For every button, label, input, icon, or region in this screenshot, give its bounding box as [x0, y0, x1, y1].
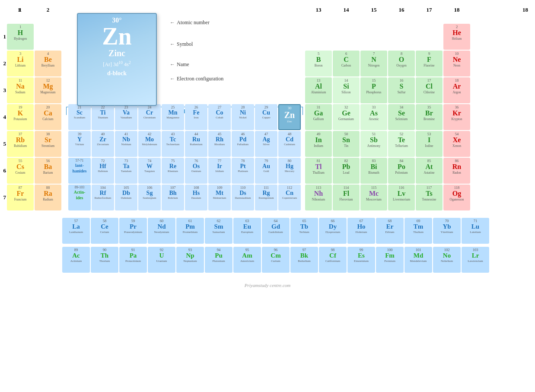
element-Ti[interactable]: 22 Ti Titanium — [92, 104, 114, 130]
element-U[interactable]: 92 U Uranium — [148, 247, 175, 273]
element-Y[interactable]: 39 Y Yttrium — [68, 131, 91, 157]
element-Dy[interactable]: 66 Dy Dysprosium — [319, 218, 347, 244]
element-N[interactable]: 7 N Nitrogen — [360, 51, 387, 76]
element-Rf[interactable]: 104 Rf Rutherfordium — [92, 185, 114, 210]
element-Nb[interactable]: 41 Nb Niobium — [115, 131, 137, 157]
element-Hg[interactable]: 80 Hg Mercury — [278, 158, 301, 184]
element-Actinides[interactable]: 89-103 Actin-ides — [68, 185, 91, 210]
element-Tb[interactable]: 65 Tb Terbium — [290, 218, 318, 244]
element-Bk[interactable]: 97 Bk Berkelium — [290, 247, 318, 273]
element-Ac[interactable]: 89 Ac Actinium — [62, 247, 90, 273]
element-Mn[interactable]: 25 Mn Manganese — [162, 104, 184, 130]
element-Pm[interactable]: 61 Pm Promethium — [176, 218, 204, 244]
element-B[interactable]: 5 B Boron — [305, 51, 332, 76]
element-Er[interactable]: 68 Er Erbium — [376, 218, 404, 244]
element-Pb[interactable]: 82 Pb Lead — [333, 158, 360, 184]
element-Cs[interactable]: 55 Cs Cesium — [7, 158, 34, 184]
element-Ca[interactable]: 20 Ca Calcium — [35, 104, 61, 130]
element-Fr[interactable]: 87 Fr Francium — [7, 185, 34, 210]
element-Nd[interactable]: 60 Nd Neodymium — [148, 218, 175, 244]
element-Rn[interactable]: 86 Rn Radon — [443, 158, 470, 184]
element-Li[interactable]: 3 Li Lithium — [7, 51, 34, 76]
element-In[interactable]: 49 In Indium — [305, 131, 332, 157]
element-Lv[interactable]: 116 Lv Livermorium — [388, 185, 415, 210]
element-Eu[interactable]: 63 Eu Europium — [233, 218, 261, 244]
element-I[interactable]: 53 I Iodine — [416, 131, 443, 157]
element-Fe[interactable]: 26 Fe Iron — [185, 104, 207, 130]
element-Cd[interactable]: 48 Cd Cadmium — [278, 131, 301, 157]
element-Ge[interactable]: 32 Ge Germanium — [333, 104, 360, 130]
element-Sb[interactable]: 51 Sb Antimony — [360, 131, 387, 157]
element-Mg[interactable]: 12 Mg Magnesium — [35, 77, 61, 103]
element-Cm[interactable]: 96 Cm Curium — [262, 247, 290, 273]
element-Gd[interactable]: 64 Gd Gadolinium — [262, 218, 290, 244]
element-Pr[interactable]: 59 Pr Praseodymium — [119, 218, 147, 244]
element-Te[interactable]: 52 Te Tellurium — [388, 131, 415, 157]
element-Si[interactable]: 14 Si Silicon — [333, 77, 360, 103]
element-Sr[interactable]: 38 Sr Strontium — [35, 131, 61, 157]
element-Fl[interactable]: 114 Fl Flerovium — [333, 185, 360, 210]
element-Hf[interactable]: 72 Hf Hafnium — [92, 158, 114, 184]
element-At[interactable]: 85 At Astatine — [416, 158, 443, 184]
element-Mo[interactable]: 42 Mo Molybdenum — [138, 131, 161, 157]
element-Nh[interactable]: 113 Nh Nihonium — [305, 185, 332, 210]
element-Ar[interactable]: 18 Ar Argon — [443, 77, 470, 103]
element-Ir[interactable]: 77 Ir Iridium — [208, 158, 231, 184]
element-Os[interactable]: 76 Os Osmium — [185, 158, 207, 184]
element-Bi[interactable]: 83 Bi Bismuth — [360, 158, 387, 184]
element-Lr[interactable]: 103 Lr Lawrencium — [462, 247, 489, 273]
element-Og[interactable]: 118 Og Oganesson — [443, 185, 470, 210]
element-Pu[interactable]: 94 Pu Plutonium — [205, 247, 232, 273]
element-Sm[interactable]: 62 Sm Samarium — [205, 218, 232, 244]
element-Pa[interactable]: 91 Pa Protactinium — [119, 247, 147, 273]
element-Ce[interactable]: 58 Ce Cerium — [91, 218, 118, 244]
element-Kr[interactable]: 36 Kr Krypton — [443, 104, 470, 130]
element-P[interactable]: 15 P Phosphorus — [360, 77, 387, 103]
element-O[interactable]: 8 O Oxygen — [388, 51, 415, 76]
element-Br[interactable]: 35 Br Bromine — [416, 104, 443, 130]
element-Be[interactable]: 4 Be Beryllium — [35, 51, 61, 76]
element-Na[interactable]: 11 Na Sodium — [7, 77, 34, 103]
element-He[interactable]: 2 He Helium — [443, 24, 470, 50]
element-Rb[interactable]: 37 Rb Rubidium — [7, 131, 34, 157]
element-Rg[interactable]: 111 Rg Roentgenium — [255, 185, 277, 210]
element-Zn[interactable]: 30 Zn Zinc — [278, 104, 301, 130]
element-Au[interactable]: 79 Au Gold — [255, 158, 277, 184]
element-As[interactable]: 33 As Arsenic — [360, 104, 387, 130]
element-Se[interactable]: 34 Se Selenium — [388, 104, 415, 130]
element-Ra[interactable]: 88 Ra Radium — [35, 185, 61, 210]
element-Lu[interactable]: 71 Lu Lutetium — [462, 218, 489, 244]
element-Cl[interactable]: 17 Cl Chlorine — [416, 77, 443, 103]
element-Pt[interactable]: 78 Pt Platinum — [232, 158, 254, 184]
element-Th[interactable]: 90 Th Thorium — [91, 247, 118, 273]
element-W[interactable]: 74 W Tungsten — [138, 158, 161, 184]
element-Ga[interactable]: 31 Ga Gallium — [305, 104, 332, 130]
element-Zr[interactable]: 40 Zr Zirconium — [92, 131, 114, 157]
element-Re[interactable]: 75 Re Rhenium — [162, 158, 184, 184]
element-Bh[interactable]: 107 Bh Bohrium — [162, 185, 184, 210]
element-Ts[interactable]: 117 Ts Tennessine — [416, 185, 443, 210]
element-Fm[interactable]: 100 Fm Fermium — [376, 247, 404, 273]
element-Ne[interactable]: 10 Ne Neon — [443, 51, 470, 76]
element-Yb[interactable]: 70 Yb Ytterbium — [433, 218, 461, 244]
element-F[interactable]: 9 F Fluorine — [416, 51, 443, 76]
element-Am[interactable]: 95 Am Americium — [233, 247, 261, 273]
element-La[interactable]: 57 La Lanthanum — [62, 218, 90, 244]
element-Tc[interactable]: 43 Tc Technetium — [162, 131, 184, 157]
element-Cn[interactable]: 112 Cn Copernicium — [278, 185, 301, 210]
element-No[interactable]: 102 No Nobelium — [433, 247, 461, 273]
element-Al[interactable]: 13 Al Aluminium — [305, 77, 332, 103]
element-Ba[interactable]: 56 Ba Barium — [35, 158, 61, 184]
element-Ni[interactable]: 28 Ni Nickel — [232, 104, 254, 130]
element-Va[interactable]: 23 Va Vanadium — [115, 104, 137, 130]
element-Mt[interactable]: 109 Mt Meitnerium — [208, 185, 231, 210]
element-Ta[interactable]: 73 Ta Tantalum — [115, 158, 137, 184]
element-Ru[interactable]: 44 Ru Ruthenium — [185, 131, 207, 157]
element-Sn[interactable]: 50 Sn Tin — [333, 131, 360, 157]
element-Hs[interactable]: 108 Hs Hassium — [185, 185, 207, 210]
element-lanthanides[interactable]: 57-71 lant-hanides — [68, 158, 91, 184]
element-Mc[interactable]: 115 Mc Moscovium — [360, 185, 387, 210]
element-Db[interactable]: 105 Db Dubnium — [115, 185, 137, 210]
element-S[interactable]: 16 S Sulfur — [388, 77, 415, 103]
element-Co[interactable]: 27 Co Cobalt — [208, 104, 231, 130]
